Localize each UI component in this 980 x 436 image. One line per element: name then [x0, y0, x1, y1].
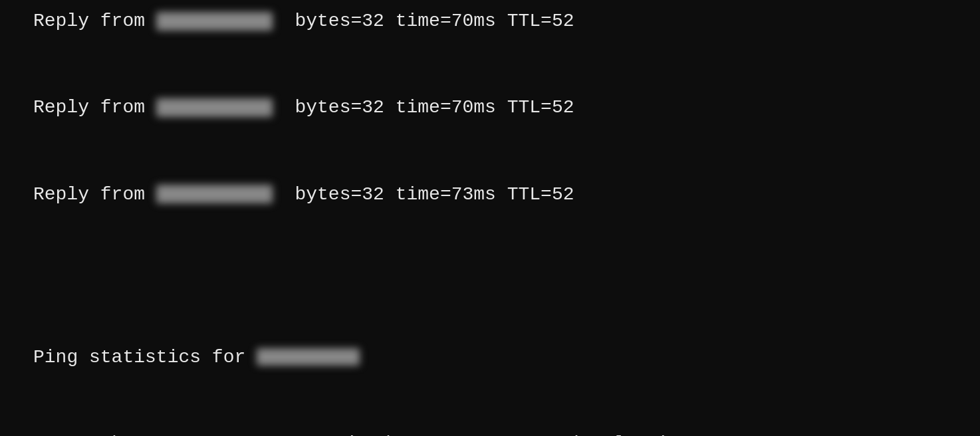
reply-suffix-3: bytes=32 time=70ms TTL=52: [273, 97, 574, 118]
packets-line: Packets: Sent = 4, Received = 4, Lost = …: [33, 429, 681, 436]
reply-prefix-3: Reply from: [33, 97, 156, 118]
reply-line-3: Reply from bytes=32 time=70ms TTL=52: [33, 93, 681, 122]
reply-suffix-2: bytes=32 time=70ms TTL=52: [273, 11, 574, 31]
blurred-ip-2: [156, 12, 273, 31]
stats-header-line: Ping statistics for: [33, 343, 681, 372]
blurred-ip-4: [156, 185, 273, 203]
stats-header-prefix: Ping statistics for: [33, 347, 257, 368]
blurred-ip-stats: [257, 348, 360, 366]
terminal-output: Pinging google.com with 32 bytes of data…: [33, 0, 681, 436]
reply-line-4: Reply from bytes=32 time=73ms TTL=52: [33, 180, 681, 209]
reply-prefix-4: Reply from: [33, 184, 156, 205]
reply-suffix-4: bytes=32 time=73ms TTL=52: [273, 184, 574, 205]
reply-line-2: Reply from bytes=32 time=70ms TTL=52: [33, 7, 681, 35]
blurred-ip-3: [156, 98, 273, 117]
blank-line: [33, 267, 681, 285]
reply-prefix-2: Reply from: [33, 11, 156, 31]
